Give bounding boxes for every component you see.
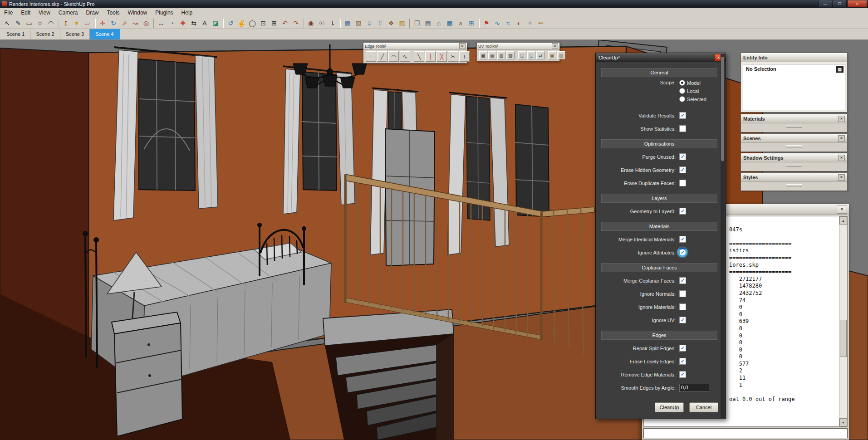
cleanup-button[interactable]: CleanUp — [655, 402, 684, 412]
axes-tool[interactable]: ✚ — [178, 18, 188, 28]
uv-paste[interactable]: ◲ — [527, 51, 535, 59]
menu-view[interactable]: View — [34, 9, 54, 17]
arcify-edges[interactable]: ◠ — [388, 51, 399, 62]
line-tool[interactable]: ✎ — [13, 18, 23, 28]
straighten-edges[interactable]: ─ — [366, 51, 376, 62]
panel-titlebar[interactable]: Shadow Settings✕ — [741, 153, 847, 162]
radio-option-model[interactable]: Model — [679, 80, 706, 86]
orbit-tool[interactable]: ↺ — [226, 18, 235, 28]
tab-scene-1[interactable]: Scene 1 — [1, 29, 30, 39]
smooth-angle-input[interactable]: 0,0 — [679, 384, 709, 392]
entity-info-details-toggle[interactable]: ▤ — [836, 66, 843, 73]
edge-tools-titlebar[interactable]: Edge Tools² ✕ — [363, 43, 467, 50]
offset-tool[interactable]: ◎ — [141, 18, 151, 28]
divide-edge[interactable]: ┼ — [425, 51, 436, 62]
next-view-tool[interactable]: ↷ — [291, 18, 301, 28]
radio-model[interactable] — [679, 80, 685, 86]
close-icon[interactable]: ✕ — [838, 155, 845, 161]
split-edge[interactable]: ╳ — [436, 51, 447, 62]
arc-tool[interactable]: ◠ — [46, 18, 56, 28]
scrollbar-thumb[interactable] — [721, 57, 724, 161]
paint-bucket-tool[interactable]: ▼ — [72, 18, 82, 28]
trim-edge[interactable]: ✂ — [448, 51, 458, 62]
close-icon[interactable]: ✕ — [838, 135, 845, 142]
uv-planar-map[interactable]: ▤ — [488, 51, 496, 59]
checkbox-erase-lonely-edges[interactable]: ✓ — [679, 358, 686, 365]
menu-tools[interactable]: Tools — [103, 9, 124, 17]
layers-plugin[interactable]: ▤ — [423, 18, 433, 28]
text-tool[interactable]: A — [200, 18, 210, 28]
pencil-plugin[interactable]: ✏ — [536, 18, 546, 28]
curvify-edges[interactable]: ∿ — [400, 51, 410, 62]
pan-tool[interactable]: ✌ — [236, 18, 246, 28]
menu-edit[interactable]: Edit — [17, 9, 34, 17]
console-scrollbar[interactable]: ▲ ▼ — [839, 216, 847, 426]
panel-grip[interactable] — [786, 126, 802, 128]
menu-help[interactable]: Help — [177, 9, 197, 17]
rotate-tool[interactable]: ↻ — [108, 18, 118, 28]
uv-copy[interactable]: ◱ — [518, 51, 526, 59]
panel-grip[interactable] — [786, 145, 802, 147]
scroll-down-icon[interactable]: ▼ — [839, 418, 847, 426]
uv-save[interactable]: ▣ — [548, 51, 556, 59]
tab-scene-3[interactable]: Scene 3 — [60, 29, 90, 39]
checkbox-repair-split-edges[interactable]: ✓ — [679, 345, 686, 352]
panel-titlebar[interactable]: Materials✕ — [741, 114, 847, 123]
uv-restore[interactable]: ▨ — [557, 51, 565, 59]
panel-titlebar[interactable]: Styles✕ — [741, 173, 847, 182]
zoom-extents-tool[interactable]: ⊞ — [269, 18, 279, 28]
zoom-window-tool[interactable]: ⊡ — [258, 18, 268, 28]
close-icon[interactable]: ✕ — [838, 116, 845, 122]
dimension-tool[interactable]: ⇆ — [189, 18, 199, 28]
radio-option-local[interactable]: Local — [679, 88, 706, 94]
position-camera-tool[interactable]: ◉ — [306, 18, 316, 28]
checkbox-ignore-normals[interactable] — [679, 290, 686, 297]
checkbox-geometry-to-layer0[interactable]: ✓ — [679, 208, 686, 215]
staircase[interactable] — [325, 334, 454, 440]
close-icon[interactable]: ✕ — [552, 43, 558, 49]
zoom-tool[interactable]: ◯ — [247, 18, 257, 28]
menu-window[interactable]: Window — [124, 9, 152, 17]
close-icon[interactable]: ✕ — [838, 174, 845, 181]
push-pull-tool[interactable]: ↥ — [61, 18, 71, 28]
circle-tool[interactable]: ○ — [35, 18, 45, 28]
title-bar[interactable]: Renders Interiores.skp - SketchUp Pro —❐… — [0, 0, 868, 8]
window-plugin[interactable]: ⊞ — [466, 18, 476, 28]
select-tool[interactable]: ↖ — [2, 18, 12, 28]
bezier-plugin[interactable]: ≈ — [503, 18, 513, 28]
checkbox-validate-results[interactable]: ✓ — [679, 112, 686, 119]
cleanup-titlebar[interactable]: CleanUp³ ✕ — [596, 53, 726, 62]
close-button[interactable]: ✕ — [847, 0, 867, 7]
previous-view-tool[interactable]: ↶ — [280, 18, 290, 28]
simplify-contours[interactable]: ╱ — [377, 51, 387, 62]
menu-camera[interactable]: Camera — [54, 9, 82, 17]
cancel-button[interactable]: Cancel — [689, 402, 718, 412]
house-plugin[interactable]: ⌂ — [434, 18, 444, 28]
eraser-tool[interactable]: ▱ — [83, 18, 93, 28]
close-icon[interactable]: ✕ — [837, 205, 847, 214]
maximize-button[interactable]: ❐ — [833, 0, 847, 7]
panel-grip[interactable] — [786, 165, 802, 167]
checkbox-merge-identical-materials[interactable]: ✓ — [679, 236, 686, 243]
section-plane-tool[interactable]: ◪ — [211, 18, 221, 28]
look-around-tool[interactable]: ☉ — [317, 18, 327, 28]
weld-edges[interactable]: ≀ — [459, 51, 470, 62]
radio-selected[interactable] — [679, 96, 685, 102]
checkbox-merge-coplanar-faces[interactable]: ✓ — [679, 277, 686, 284]
panel-titlebar[interactable]: Scenes✕ — [741, 134, 847, 143]
entity-info-titlebar[interactable]: Entity Info — [741, 53, 847, 62]
get-models-plugin[interactable]: ▦ — [343, 18, 353, 28]
export-plugin[interactable]: ⇧ — [375, 18, 385, 28]
move-tool[interactable]: ✛ — [98, 18, 108, 28]
tape-measure-tool[interactable]: ↔ — [156, 18, 166, 28]
import-plugin[interactable]: ⇩ — [364, 18, 374, 28]
components-plugin[interactable]: ❖ — [386, 18, 396, 28]
tab-scene-4[interactable]: Scene 4 — [90, 29, 119, 39]
weld-plugin[interactable]: ∿ — [492, 18, 502, 28]
close-icon[interactable]: ✕ — [459, 43, 466, 49]
checkbox-show-statistics[interactable] — [679, 125, 686, 132]
uv-transfer[interactable]: ⇄ — [536, 51, 544, 59]
nightstand[interactable] — [112, 312, 182, 436]
menu-file[interactable]: File — [0, 9, 17, 17]
scrollbar-thumb[interactable] — [840, 320, 847, 357]
